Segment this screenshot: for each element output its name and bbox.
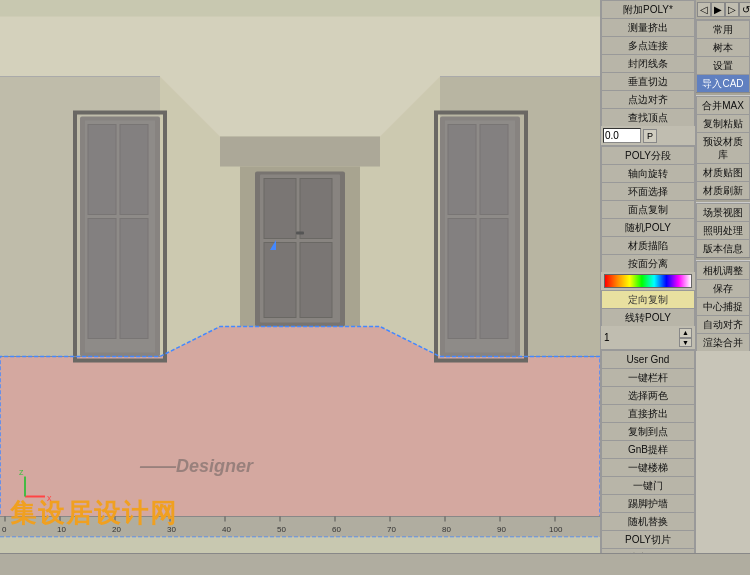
rp-btn-23[interactable]: 一键门 — [601, 476, 695, 494]
app: x z 0 10 20 30 40 — [0, 0, 750, 575]
spinner-controls: ▲ ▼ — [679, 328, 692, 347]
color-gradient-strip — [604, 274, 692, 288]
rp-btn-20[interactable]: 复制到点 — [601, 422, 695, 440]
rp-btn-6[interactable]: 查找顶点 — [601, 108, 695, 126]
rp-btn-8[interactable]: 轴向旋转 — [601, 164, 695, 182]
rp-btn-19[interactable]: 直接挤出 — [601, 404, 695, 422]
rp-btn-14[interactable]: 定向复制 — [601, 290, 695, 308]
rp-btn-12[interactable]: 材质描陷 — [601, 236, 695, 254]
rp-btn-16[interactable]: User Gnd — [601, 350, 695, 368]
rp-btn-13[interactable]: 按面分离 — [601, 254, 695, 272]
spinner-value: 1 — [604, 332, 610, 343]
loop-button[interactable]: ↺ — [739, 2, 750, 17]
svg-text:z: z — [19, 467, 24, 477]
fr-btn-7[interactable]: 材质贴图 — [696, 163, 750, 181]
fr-btn-15[interactable]: 自动对齐 — [696, 315, 750, 333]
prev-button[interactable]: ◁ — [697, 2, 711, 17]
rp-btn-0[interactable]: 附加POLY* — [601, 0, 695, 18]
rp-btn-26[interactable]: POLY切片 — [601, 530, 695, 548]
corridor-scene: x z 0 10 20 30 40 — [0, 0, 600, 553]
far-right-panel: ◁ ▶ ▷ ↺ 常用树本设置导入CAD合并MAX复制粘贴预设材质库材质贴图材质刷… — [695, 0, 750, 553]
fr-btn-1[interactable]: 树本 — [696, 38, 750, 56]
svg-rect-16 — [88, 125, 116, 215]
fr-btn-12[interactable]: 相机调整 — [696, 261, 750, 279]
spinner-up[interactable]: ▲ — [679, 328, 692, 338]
poly-p-button[interactable]: P — [643, 129, 657, 143]
right-panel: 附加POLY*测量挤出多点连接封闭线条垂直切边点边对齐查找顶点 PPOLY分段轴… — [600, 0, 695, 553]
rp-btn-9[interactable]: 环面选择 — [601, 182, 695, 200]
next-button[interactable]: ▷ — [725, 2, 739, 17]
rp-btn-10[interactable]: 面点复制 — [601, 200, 695, 218]
far-right-buttons: 常用树本设置导入CAD合并MAX复制粘贴预设材质库材质贴图材质刷新场景视图照明处… — [696, 20, 750, 351]
svg-rect-10 — [300, 179, 332, 239]
rp-btn-22[interactable]: 一键楼梯 — [601, 458, 695, 476]
svg-rect-23 — [448, 125, 476, 215]
rp-btn-5[interactable]: 点边对齐 — [601, 90, 695, 108]
main-area: x z 0 10 20 30 40 — [0, 0, 750, 553]
rp-btn-25[interactable]: 随机替换 — [601, 512, 695, 530]
fr-btn-2[interactable]: 设置 — [696, 56, 750, 74]
rp-btn-21[interactable]: GnB提样 — [601, 440, 695, 458]
rp-btn-3[interactable]: 封闭线条 — [601, 54, 695, 72]
svg-rect-24 — [480, 125, 508, 215]
svg-rect-11 — [264, 243, 296, 318]
fr-btn-6[interactable]: 预设材质库 — [696, 132, 750, 163]
fr-btn-3[interactable]: 导入CAD — [696, 74, 750, 92]
fr-btn-11[interactable]: 版本信息 — [696, 239, 750, 257]
rp-btn-7[interactable]: POLY分段 — [601, 146, 695, 164]
rp-btn-24[interactable]: 踢脚护墙 — [601, 494, 695, 512]
rp-btn-11[interactable]: 随机POLY — [601, 218, 695, 236]
fr-btn-9[interactable]: 场景视图 — [696, 203, 750, 221]
fr-btn-16[interactable]: 渲染合并 — [696, 333, 750, 351]
fr-btn-13[interactable]: 保存 — [696, 279, 750, 297]
viewport[interactable]: x z 0 10 20 30 40 — [0, 0, 600, 553]
logo-area: 集设居设计网 — [0, 496, 600, 531]
rp-btn-1[interactable]: 测量挤出 — [601, 18, 695, 36]
svg-rect-25 — [448, 219, 476, 339]
svg-rect-5 — [220, 137, 380, 167]
spinner-row: 1 ▲ ▼ — [601, 326, 695, 350]
svg-rect-13 — [296, 232, 304, 235]
svg-rect-26 — [480, 219, 508, 339]
number-input-row: P — [601, 126, 695, 146]
svg-rect-17 — [120, 125, 148, 215]
svg-rect-19 — [120, 219, 148, 339]
playback-controls: ◁ ▶ ▷ ↺ — [696, 0, 750, 20]
fr-btn-5[interactable]: 复制粘贴 — [696, 114, 750, 132]
svg-text:——Designer: ——Designer — [139, 456, 254, 476]
rp-btn-15[interactable]: 线转POLY — [601, 308, 695, 326]
rp-btn-4[interactable]: 垂直切边 — [601, 72, 695, 90]
fr-btn-10[interactable]: 照明处理 — [696, 221, 750, 239]
fr-btn-8[interactable]: 材质刷新 — [696, 181, 750, 199]
svg-rect-18 — [88, 219, 116, 339]
right-panel-buttons: 附加POLY*测量挤出多点连接封闭线条垂直切边点边对齐查找顶点 PPOLY分段轴… — [601, 0, 695, 553]
svg-rect-12 — [300, 243, 332, 318]
rp-btn-2[interactable]: 多点连接 — [601, 36, 695, 54]
logo-main: 集设居设计网 — [10, 496, 178, 531]
rp-btn-17[interactable]: 一键栏杆 — [601, 368, 695, 386]
poly-value-input[interactable] — [603, 128, 641, 143]
fr-btn-0[interactable]: 常用 — [696, 20, 750, 38]
fr-btn-4[interactable]: 合并MAX — [696, 96, 750, 114]
status-bar — [0, 553, 750, 575]
fr-btn-14[interactable]: 中心捕捉 — [696, 297, 750, 315]
svg-rect-9 — [264, 179, 296, 239]
play-button[interactable]: ▶ — [711, 2, 725, 17]
spinner-down[interactable]: ▼ — [679, 338, 692, 348]
rp-btn-18[interactable]: 选择两色 — [601, 386, 695, 404]
